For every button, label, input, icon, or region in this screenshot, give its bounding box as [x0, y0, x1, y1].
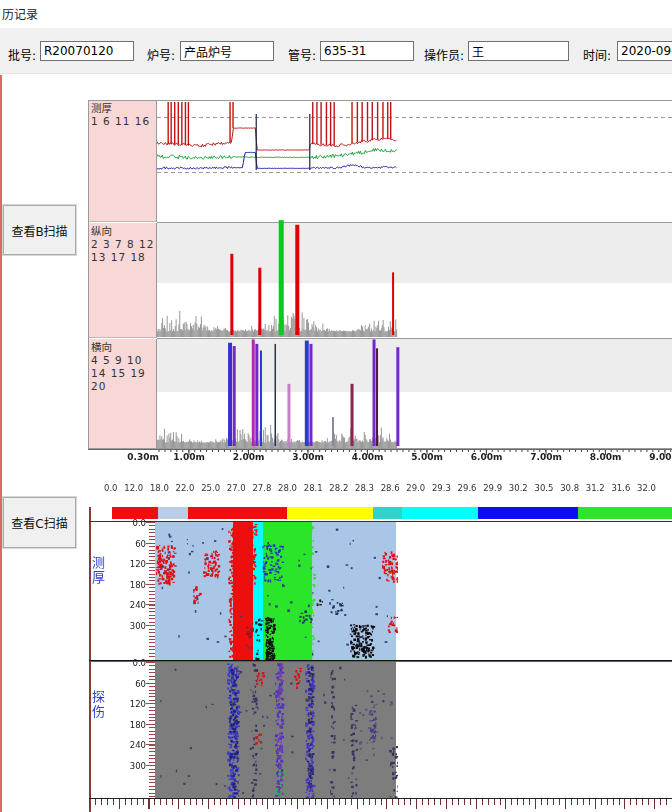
cscan-legend-value: 25.0 [201, 483, 220, 495]
cscan-legend-value: 28.2 [329, 483, 348, 495]
cscan-y-tick-label: 180 [114, 580, 146, 590]
cscan-color-bar-segment [287, 507, 373, 519]
cscan-legend-value: 12.0 [124, 483, 143, 495]
cscan-legend-value: 28.0 [278, 483, 297, 495]
cscan-y-tick-label: 180 [114, 720, 146, 730]
cscan-y-tick-label: 120 [114, 559, 146, 569]
cscan-legend-value: 31.2 [586, 483, 605, 495]
batch-no-label: 批号: [8, 46, 36, 63]
cscan-y-major-tick [146, 604, 155, 605]
cscan-legend-value: 27.8 [252, 483, 271, 495]
cscan-legend-value: 27.0 [227, 483, 246, 495]
bscan-x-tick-label: 6.00m [467, 452, 507, 462]
pipe-no-input[interactable] [320, 41, 414, 61]
cscan-legend-value: 29.0 [406, 483, 425, 495]
cscan-y-major-tick [146, 584, 155, 585]
pipe-no-label: 管号: [288, 46, 316, 63]
operator-input[interactable] [468, 41, 569, 61]
cscan-y-major-tick [146, 703, 155, 704]
cscan-y-major-tick [146, 522, 155, 523]
bscan-x-tick-label: 5.00m [407, 452, 447, 462]
window-left-border [0, 75, 2, 812]
cscan-y-major-tick [146, 625, 155, 626]
bscan-x-tick-label: 8.00m [586, 452, 626, 462]
cscan-y-major-tick [146, 724, 155, 725]
bscan-x-tick-label: 9.00m [645, 452, 672, 462]
cscan-y-tick-label: 240 [114, 600, 146, 610]
bscan-x-tick-label: 3.00m [288, 452, 328, 462]
cscan-y-tick-label: 240 [114, 740, 146, 750]
bscan-x-tick-label: 2.00m [229, 452, 269, 462]
cscan-color-bar-segment [188, 507, 287, 519]
cscan-legend-value: 30.2 [509, 483, 528, 495]
cscan-y-tick-label: 300 [114, 761, 146, 771]
cscan-legend-value: 28.1 [304, 483, 323, 495]
cscan-legend-value: 28.6 [381, 483, 400, 495]
cscan-legend-value: 30.8 [560, 483, 579, 495]
cscan-color-bar [0, 507, 672, 519]
cscan-legend-value: 31.6 [611, 483, 630, 495]
cscan-color-bar-segment [402, 507, 478, 519]
operator-label: 操作员: [424, 46, 464, 63]
cscan-section-label-thickness: 测厚 [91, 556, 107, 586]
cscan-y-major-tick [146, 563, 155, 564]
cscan-section-divider [89, 660, 672, 662]
time-label: 时间: [583, 46, 611, 63]
cscan-y-major-tick [146, 662, 155, 663]
cscan-legend-value: 28.3 [355, 483, 374, 495]
bscan-x-tick-label: 7.00m [526, 452, 566, 462]
cscan-y-major-tick [146, 765, 155, 766]
bscan-chart-canvas [157, 100, 672, 456]
cscan-legend-value: 22.0 [176, 483, 195, 495]
cscan-y-tick-label: 60 [114, 539, 146, 549]
cscan-color-bar-segment [373, 507, 402, 519]
cscan-legend-value: 29.3 [432, 483, 451, 495]
cscan-section-label-flaw: 探伤 [91, 690, 107, 720]
furnace-no-label: 炉号: [147, 46, 175, 63]
cscan-color-bar-segment [578, 507, 672, 519]
cscan-y-major-tick [146, 683, 155, 684]
cscan-bottom-major-ticks [89, 799, 672, 809]
cscan-y-major-tick [146, 744, 155, 745]
time-input[interactable] [617, 41, 672, 61]
bscan-x-tick-label: 0.30m [123, 452, 163, 462]
cscan-legend-value: 0.0 [104, 483, 118, 495]
cscan-legend-value: 30.5 [534, 483, 553, 495]
batch-no-input[interactable] [40, 41, 134, 61]
cscan-legend-value: 18.0 [150, 483, 169, 495]
cscan-y-tick-label: 0.0 [114, 518, 146, 528]
bscan-x-tick-label: 1.00m [169, 452, 209, 462]
bscan-x-tick-label: 4.00m [348, 452, 388, 462]
record-form-panel: 批号: 炉号: 管号: 操作员: 时间: [0, 28, 672, 74]
cscan-color-bar-segment [478, 507, 578, 519]
cscan-color-bar-segment [158, 507, 188, 519]
cscan-y-tick-label: 120 [114, 699, 146, 709]
furnace-no-input[interactable] [180, 41, 274, 61]
cscan-y-tick-label: 60 [114, 679, 146, 689]
cscan-y-tick-label: 300 [114, 621, 146, 631]
view-b-scan-button[interactable]: 查看B扫描 [3, 205, 76, 255]
cscan-y-major-tick [146, 543, 155, 544]
view-c-scan-button[interactable]: 查看C扫描 [3, 497, 76, 548]
cscan-legend-value: 29.9 [483, 483, 502, 495]
cscan-legend-values: 0.012.018.022.025.027.027.828.028.128.22… [104, 483, 656, 495]
cscan-legend-value: 29.6 [458, 483, 477, 495]
cscan-legend-value: 32.0 [637, 483, 656, 495]
app-window: { "window": { "title_fragment": "历记录" },… [0, 0, 672, 812]
page-title: 历记录 [2, 5, 38, 22]
